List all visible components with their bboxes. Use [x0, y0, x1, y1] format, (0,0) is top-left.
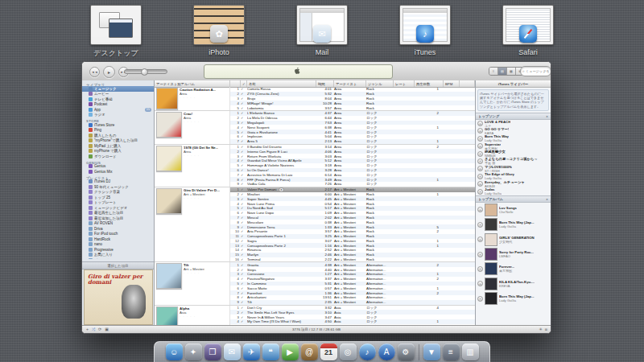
track-checkbox[interactable]: ✓	[241, 101, 247, 105]
top-song-item[interactable]: +The Edge of GloryLady GaGa	[476, 173, 551, 180]
column-header-cell[interactable]: アーティスト	[334, 80, 366, 87]
view-album-list[interactable]: ▤	[498, 68, 507, 75]
top-album-item[interactable]: +Sorry for Party Roc...LMFAO	[476, 247, 551, 261]
dock-icon-safari[interactable]: ✈	[243, 343, 260, 360]
track-checkbox[interactable]: ✓	[241, 106, 247, 110]
track-checkbox[interactable]: ✓	[241, 229, 247, 233]
dock-icon-downloads-stack[interactable]: ▼	[423, 343, 440, 360]
buy-button[interactable]: +	[477, 166, 483, 171]
track-checkbox[interactable]: ✓	[241, 244, 247, 248]
album-rating[interactable]: · · · · ·	[184, 120, 200, 124]
buy-button[interactable]: +	[477, 207, 483, 212]
album-cell[interactable]: AlphaAsia· · · · ·	[155, 306, 230, 326]
dock-icon-preview[interactable]: ◎	[340, 343, 357, 360]
column-header-cell[interactable]: 時間	[316, 80, 334, 87]
dock-icon-documents-stack[interactable]: ≡	[443, 343, 460, 360]
track-checkbox[interactable]: ✓	[241, 311, 247, 315]
track-checkbox[interactable]: ✓	[241, 168, 247, 172]
search-input[interactable]	[526, 69, 549, 73]
column-header-cell[interactable]: ✓	[241, 80, 247, 87]
buy-button[interactable]: +	[477, 237, 483, 242]
track-checkbox[interactable]: ✓	[241, 319, 247, 323]
shuffle-button[interactable]: ⤮	[92, 327, 95, 332]
dock-icon-finder[interactable]: ☺	[166, 343, 183, 360]
column-header-cell[interactable]: アーティスト別アルバム	[155, 80, 230, 87]
track-checkbox[interactable]: ✓	[241, 145, 247, 149]
track-checkbox[interactable]: ✓	[241, 211, 247, 215]
volume-slider[interactable]	[124, 69, 167, 74]
previous-button[interactable]: ◄◄	[89, 67, 100, 77]
track-checkbox[interactable]: ✓	[241, 130, 247, 134]
buy-button[interactable]: +	[477, 281, 483, 286]
column-header-cell[interactable]	[230, 80, 241, 87]
track-row[interactable]: 1✓Don't Cry3:32Asiaロック4	[230, 306, 475, 311]
track-checkbox[interactable]: ✓	[241, 192, 247, 196]
dock-icon-system-preferences[interactable]: ⚙	[398, 343, 415, 360]
album-cell[interactable]: Giro Di Valzer Per D...Arti + Mestieri· …	[155, 187, 230, 262]
safari-thumbnail[interactable]	[502, 5, 554, 45]
selected-item-artwork[interactable]: Giro di valzer per domani	[84, 269, 153, 325]
top-song-item[interactable]: +LOVE & PEACHユチ	[476, 120, 551, 127]
track-checkbox[interactable]: ✓	[241, 202, 247, 206]
top-album-item[interactable]: +Born This Way (Jap...Lady GaGa	[476, 217, 551, 232]
sidebar-item[interactable]: ボイスメモ	[82, 257, 154, 259]
track-checkbox[interactable]: ✓	[241, 282, 247, 286]
iphoto-thumbnail[interactable]: ✿	[193, 5, 245, 45]
album-cell[interactable]: Crac!Area· · · · ·	[155, 111, 230, 144]
track-row[interactable]: 1✓Il Bandito Del Deserto3:14Areaロック2	[230, 145, 475, 150]
dock-icon-app-store[interactable]: A	[378, 343, 395, 360]
album-rating[interactable]: · · · · ·	[184, 196, 220, 200]
buy-button[interactable]: +	[477, 174, 483, 179]
track-row[interactable]: 9✓Dimensione Terra1:33Arti + MestieriRoc…	[230, 224, 475, 229]
buy-button[interactable]: +	[477, 136, 483, 142]
top-album-item[interactable]: +Born This Way (Jap...Lady GaGa	[476, 291, 551, 306]
dock-icon-itunes[interactable]: ♪	[359, 343, 376, 360]
space-iphoto[interactable]: ✿ iPhoto	[191, 5, 247, 61]
track-checkbox[interactable]: ✓	[241, 272, 247, 276]
dock-icon-launchpad[interactable]: ✦	[185, 343, 202, 360]
top-album-item[interactable]: +KILA KILA/Tan-Kyu-...KREVA	[476, 277, 551, 291]
repeat-button[interactable]: ⟳	[98, 327, 101, 332]
top-album-item[interactable]: +Forever...東方神起	[476, 261, 551, 276]
view-grid[interactable]: ▦	[507, 68, 516, 75]
album-rating[interactable]: · · · · ·	[180, 96, 216, 100]
track-checkbox[interactable]: ✓	[241, 239, 247, 243]
buy-button[interactable]: +	[477, 252, 483, 257]
column-header-cell[interactable]: レート	[394, 80, 415, 87]
space-safari[interactable]: Safari	[500, 5, 556, 61]
track-checkbox[interactable]: ✓	[241, 216, 247, 220]
album-cell[interactable]: Caution Radiation A...Area· · · · ·	[155, 87, 230, 110]
track-checkbox[interactable]: ✓	[241, 139, 247, 143]
track-checkbox[interactable]: ✓	[241, 154, 247, 158]
track-checkbox[interactable]: ✓	[241, 111, 247, 115]
track-checkbox[interactable]: ✓	[241, 97, 247, 101]
track-row[interactable]: 9✓Tilt2:35Arti + MestieriAlternative...	[230, 300, 475, 305]
track-checkbox[interactable]: ✓	[241, 197, 247, 201]
track-row[interactable]: 13✓Consapevolezza Parte 21:16Arti + Mest…	[230, 243, 475, 248]
buy-button[interactable]: +	[477, 222, 483, 228]
genius-button[interactable]: ✳	[539, 327, 543, 332]
track-checkbox[interactable]: ✓	[241, 150, 247, 154]
track-row[interactable]: 9✓Vodka Cola7:26Areaロック	[230, 182, 475, 187]
track-checkbox[interactable]: ✓	[241, 257, 247, 261]
track-row[interactable]: 7✓Farenheit1:36Arti + MestieriAlternativ…	[230, 290, 475, 295]
top-song-item[interactable]: +マジLOVE1000%ST☆RISH	[476, 165, 551, 172]
volume-knob[interactable]	[141, 68, 148, 76]
column-header-cell[interactable]: 再生回数	[415, 80, 444, 87]
track-checkbox[interactable]: ✓	[241, 263, 247, 267]
top-song-item[interactable]: +Superstar東方神起	[476, 142, 551, 150]
top-song-item[interactable]: +JudasLady GaGa	[476, 187, 551, 195]
track-checkbox[interactable]: ✓	[241, 315, 247, 319]
add-playlist-button[interactable]: +	[86, 327, 89, 332]
dock-icon-mail[interactable]: ✉	[224, 343, 241, 360]
dock-icon-ichat[interactable]: ❝	[262, 343, 279, 360]
track-checkbox[interactable]: ✓	[241, 295, 247, 299]
buy-button[interactable]: +	[477, 296, 483, 302]
track-row[interactable]: 3✓Corrosione1:27Arti + MestieriAlternati…	[230, 272, 475, 277]
dock-icon-mission-control[interactable]: ❐	[204, 343, 221, 360]
track-checkbox[interactable]: ✓	[241, 187, 247, 191]
dock-icon-ical[interactable]: 21	[320, 343, 337, 360]
track-checkbox[interactable]: ✓	[241, 220, 247, 224]
show-artwork-button[interactable]: ▣	[105, 327, 109, 332]
track-row[interactable]: 12✓Sagra3:07Arti + MestieriRock1	[230, 239, 475, 244]
